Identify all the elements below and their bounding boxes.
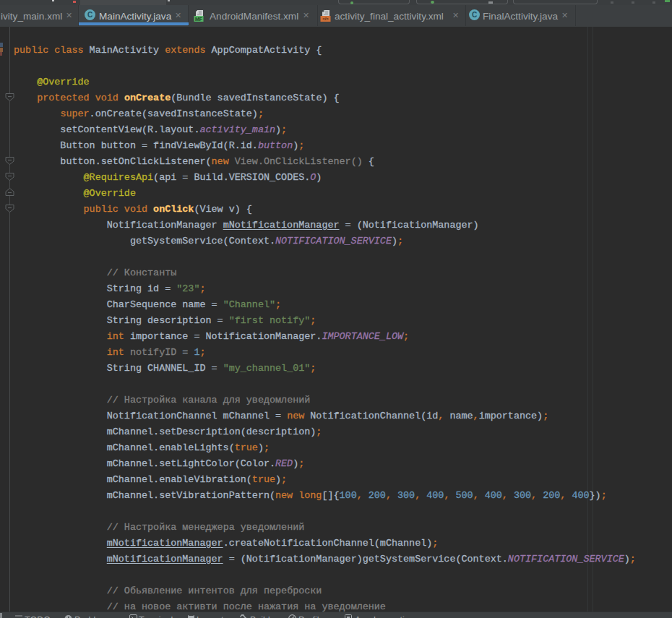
- svg-text:MF: MF: [195, 17, 203, 22]
- svg-text:</>: </>: [322, 17, 329, 21]
